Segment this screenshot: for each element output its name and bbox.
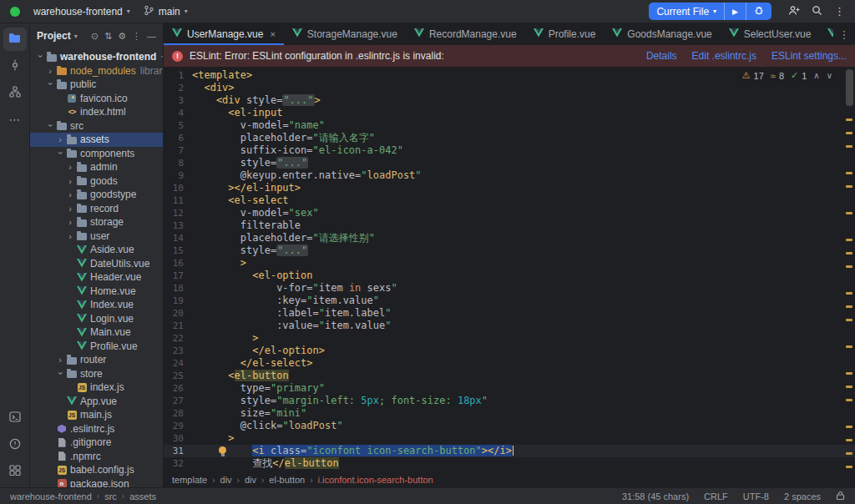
tree-item-babel-config-js[interactable]: JSbabel.config.js: [30, 463, 163, 477]
code-line[interactable]: 4 <el-input: [164, 107, 855, 119]
tree-item-router[interactable]: ›router: [30, 353, 163, 367]
banner-link[interactable]: Edit .eslintrc.js: [692, 50, 756, 62]
passed-indicator[interactable]: ✓ 1: [791, 70, 807, 81]
tree-item-store[interactable]: ›store: [30, 367, 163, 381]
breadcrumb-item[interactable]: template: [172, 475, 207, 485]
intention-bulb-icon[interactable]: [219, 446, 226, 454]
more-toolwindows-button[interactable]: ⋯: [3, 108, 27, 131]
warning-stripe-mark[interactable]: [846, 372, 852, 375]
project-toolwindow-button[interactable]: [3, 28, 27, 51]
prev-problem-icon[interactable]: ∧: [813, 71, 819, 80]
code-line[interactable]: 14 placeholder="请选择性别": [164, 232, 855, 244]
tree-chevron-icon[interactable]: ›: [46, 120, 56, 130]
code-line[interactable]: 30 >: [164, 432, 855, 445]
warning-stripe-mark[interactable]: [846, 239, 852, 241]
error-stripe[interactable]: [843, 67, 855, 472]
code-line[interactable]: 31 <i class="iconfont icon-search-button…: [164, 445, 855, 457]
collapse-all-icon[interactable]: ⇅: [104, 31, 112, 42]
code-line[interactable]: 3 <div style="...">: [164, 94, 855, 107]
services-toolwindow-button[interactable]: [3, 460, 27, 483]
code-line[interactable]: 24 </el-select>: [164, 357, 855, 370]
tree-item-user[interactable]: ›user: [30, 229, 163, 244]
warning-stripe-mark[interactable]: [846, 305, 852, 308]
editor-tab[interactable]: GoodsManage.vue: [604, 23, 720, 45]
tree-item-node-modules[interactable]: ›node_moduleslibrary root: [30, 64, 163, 78]
tree-item-index-js[interactable]: JSindex.js: [30, 381, 163, 395]
tree-item-package-json[interactable]: npackage.json: [30, 477, 163, 488]
code-line[interactable]: 23 </el-option>: [164, 345, 855, 357]
code-editor[interactable]: 1<template>2 <div>3 <div style="...">4 <…: [164, 67, 855, 472]
tree-chevron-icon[interactable]: ›: [55, 355, 65, 365]
breadcrumb-item[interactable]: div: [245, 475, 256, 485]
warning-stripe-mark[interactable]: [846, 345, 852, 348]
tree-item-dateutils-vue[interactable]: DateUtils.vue: [30, 257, 163, 271]
code-line[interactable]: 21 :value="item.value": [164, 320, 855, 332]
tree-item-goods[interactable]: ›goods: [30, 174, 163, 189]
tree-item--eslintrc-js[interactable]: .eslintrc.js: [30, 422, 163, 436]
tree-item-src[interactable]: ›src: [30, 119, 163, 134]
tree-chevron-icon[interactable]: ›: [36, 52, 46, 62]
commit-toolwindow-button[interactable]: [3, 54, 27, 78]
code-line[interactable]: 27 style="margin-left: 5px; font-size: 1…: [164, 395, 855, 407]
tree-chevron-icon[interactable]: ›: [56, 148, 66, 158]
code-line[interactable]: 20 :label="item.label": [164, 307, 855, 320]
locate-file-icon[interactable]: ⊙: [91, 31, 99, 42]
tree-item-index-vue[interactable]: Index.vue: [30, 298, 163, 312]
next-problem-icon[interactable]: ∨: [827, 71, 832, 80]
code-line[interactable]: 17 <el-option: [164, 270, 855, 282]
code-line[interactable]: 10 ></el-input>: [164, 182, 855, 194]
tree-item-public[interactable]: ›public: [30, 78, 163, 92]
warning-stripe-mark[interactable]: [846, 452, 852, 455]
code-line[interactable]: 19 :key="item.value": [164, 295, 855, 307]
code-line[interactable]: 26 type="primary": [164, 382, 855, 395]
code-with-me-button[interactable]: [788, 4, 800, 19]
tree-chevron-icon[interactable]: ›: [65, 176, 75, 186]
editor-tab[interactable]: StorageManage.vue: [284, 23, 406, 45]
code-line[interactable]: 32 查找</el-button: [164, 457, 855, 470]
warning-stripe-mark[interactable]: [846, 426, 852, 428]
code-line[interactable]: 13 filterable: [164, 219, 855, 232]
code-line[interactable]: 15 style="...": [164, 244, 855, 257]
code-line[interactable]: 22 >: [164, 332, 855, 345]
code-line[interactable]: 11 <el-select: [164, 194, 855, 207]
warning-stripe-mark[interactable]: [846, 265, 852, 268]
hidden-tabs-icon[interactable]: ⋮: [833, 23, 855, 45]
tree-chevron-icon[interactable]: ›: [45, 66, 55, 76]
tree-chevron-icon[interactable]: ›: [65, 231, 75, 241]
warning-stripe-mark[interactable]: [846, 212, 852, 214]
terminal-toolwindow-button[interactable]: [3, 406, 27, 430]
caret-position-widget[interactable]: 31:58 (45 chars): [622, 491, 689, 501]
tree-item-admin[interactable]: ›admin: [30, 160, 163, 174]
debug-button[interactable]: [746, 3, 772, 20]
project-panel-title[interactable]: Project: [37, 30, 71, 42]
warnings-indicator[interactable]: ⚠ 17: [742, 70, 764, 81]
tree-item-warehouse-frontend[interactable]: ›warehouse-frontend~/sale: [30, 50, 163, 64]
tree-item-header-vue[interactable]: Header.vue: [30, 270, 163, 285]
code-line[interactable]: 28 size="mini": [164, 407, 855, 420]
tree-item-home-vue[interactable]: Home.vue: [30, 285, 163, 299]
tree-chevron-icon[interactable]: ›: [65, 162, 75, 172]
tree-chevron-icon[interactable]: ›: [55, 134, 65, 144]
run-config-selector[interactable]: Current File ▾: [649, 3, 724, 20]
tree-item-goodstype[interactable]: ›goodstype: [30, 188, 163, 202]
line-ending-widget[interactable]: CRLF: [704, 491, 728, 501]
code-line[interactable]: 12 v-model="sex": [164, 207, 855, 219]
editor-tab[interactable]: RecordManage.vue: [406, 23, 525, 45]
tree-item-main-vue[interactable]: Main.vue: [30, 325, 163, 340]
kebab-menu-icon[interactable]: ⋮: [132, 31, 141, 42]
vcs-branch-widget[interactable]: main ▾: [144, 5, 188, 18]
warning-stripe-mark[interactable]: [846, 319, 852, 321]
warning-stripe-mark[interactable]: [846, 118, 852, 121]
settings-gear-icon[interactable]: ⚙: [118, 31, 126, 42]
warning-stripe-mark[interactable]: [846, 399, 852, 401]
editor-tab[interactable]: UserManage.vue×: [164, 23, 284, 45]
tree-chevron-icon[interactable]: ›: [46, 79, 56, 89]
status-path-item[interactable]: src: [104, 491, 117, 501]
warning-stripe-mark[interactable]: [846, 132, 852, 134]
code-line[interactable]: 5 v-model="name": [164, 119, 855, 132]
status-path-item[interactable]: assets: [129, 491, 156, 501]
tree-item-index-html[interactable]: <>index.html: [30, 105, 163, 119]
breadcrumb-item[interactable]: div: [220, 475, 232, 485]
banner-link[interactable]: Details: [646, 50, 677, 62]
close-icon[interactable]: ×: [270, 29, 275, 39]
